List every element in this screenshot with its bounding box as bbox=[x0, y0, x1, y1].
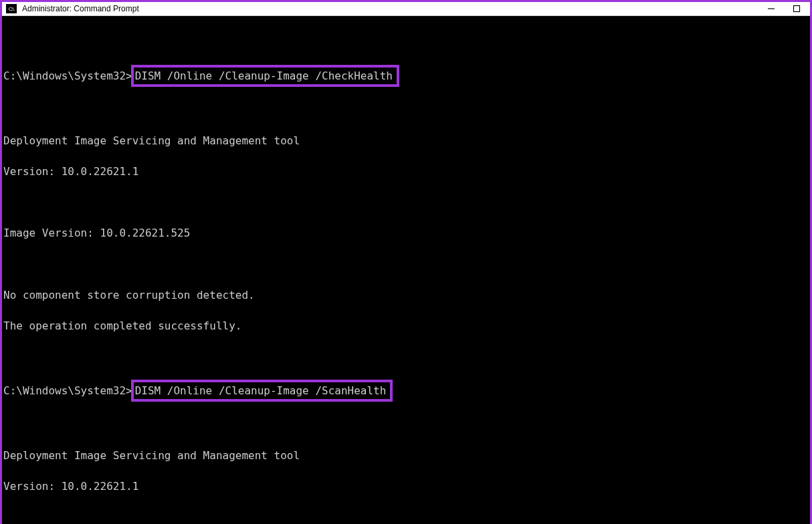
version-line: Version: 10.0.22621.1 bbox=[3, 164, 809, 179]
prompt-line-1: C:\Windows\System32>DISM /Online /Cleanu… bbox=[3, 65, 809, 87]
prompt: C:\Windows\System32> bbox=[3, 68, 132, 84]
window-controls bbox=[765, 2, 806, 15]
command-checkhealth: DISM /Online /Cleanup-Image /CheckHealth bbox=[131, 65, 399, 87]
terminal-icon: C:\. bbox=[6, 4, 17, 13]
version-line: Version: 10.0.22621.1 bbox=[3, 479, 809, 494]
command-prompt-window: C:\. Administrator: Command Prompt C:\Wi… bbox=[0, 0, 812, 524]
terminal-output[interactable]: C:\Windows\System32>DISM /Online /Cleanu… bbox=[2, 16, 810, 524]
svg-rect-1 bbox=[794, 6, 800, 12]
prompt: C:\Windows\System32> bbox=[3, 383, 132, 398]
title-bar[interactable]: C:\. Administrator: Command Prompt bbox=[2, 2, 810, 16]
prompt-line-2: C:\Windows\System32>DISM /Online /Cleanu… bbox=[3, 380, 809, 402]
checkhealth-result: No component store corruption detected. bbox=[3, 287, 809, 303]
command-scanhealth: DISM /Online /Cleanup-Image /ScanHealth bbox=[131, 380, 393, 402]
dism-header: Deployment Image Servicing and Managemen… bbox=[3, 448, 809, 463]
image-version-line: Image Version: 10.0.22621.525 bbox=[3, 225, 809, 241]
maximize-button[interactable] bbox=[790, 2, 803, 15]
operation-success: The operation completed successfully. bbox=[3, 318, 809, 334]
minimize-button[interactable] bbox=[765, 2, 778, 15]
dism-header: Deployment Image Servicing and Managemen… bbox=[3, 133, 809, 148]
window-title: Administrator: Command Prompt bbox=[22, 4, 765, 13]
